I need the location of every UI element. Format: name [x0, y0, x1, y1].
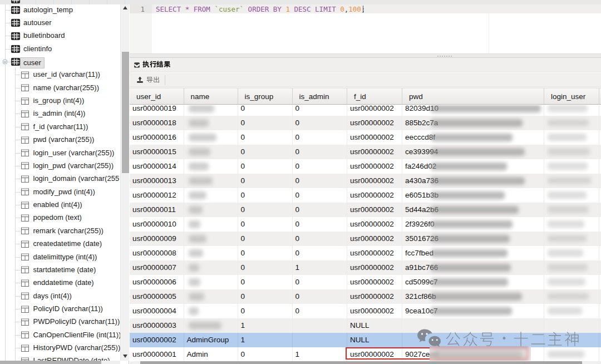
cell-user_id[interactable]: usr00000005 — [130, 289, 184, 304]
cell-is_admin[interactable]: 0 — [293, 275, 348, 289]
cell-f_id[interactable]: usr00000002 — [347, 304, 402, 318]
cell-f_id[interactable]: usr00000002 — [347, 289, 402, 304]
cell-is_group[interactable]: 0 — [238, 260, 293, 275]
grid-row-usr00000018[interactable]: usr0000001800usr00000002885b2c7a — [130, 116, 601, 130]
cell-user_id[interactable]: usr00000009 — [130, 232, 184, 246]
cell-is_admin[interactable]: 0 — [293, 159, 348, 174]
tree-vscrollbar-thumb[interactable] — [122, 52, 129, 173]
grid-row-usr00000011[interactable]: usr0000001100usr000000025d44a2b6 — [130, 203, 601, 217]
grid-header-is_group[interactable]: is_group — [238, 88, 293, 104]
cell-is_group[interactable]: 1 — [238, 318, 293, 333]
grid-row-usr00000006[interactable]: usr0000000600usr00000002cd5099c7 — [130, 275, 601, 289]
scroll-up-icon[interactable] — [123, 6, 127, 9]
cell-is_admin[interactable]: 0 — [293, 289, 348, 304]
cell-is_admin[interactable]: 0 — [293, 174, 348, 188]
grid-header-pwd[interactable]: pwd — [402, 88, 544, 104]
cell-is_group[interactable]: 0 — [238, 217, 293, 232]
tree-item-PolicyID[interactable]: PolicyID (varchar(11)) — [0, 303, 120, 316]
tree-item-days[interactable]: days (int(4)) — [0, 290, 120, 303]
cell-f_id[interactable]: usr00000002 — [347, 217, 402, 232]
cell-is_group[interactable]: 1 — [238, 333, 293, 347]
cell-is_admin[interactable]: 1 — [293, 260, 348, 275]
cell-user_id[interactable]: usr00000011 — [130, 203, 184, 217]
grid-row-usr00000013[interactable]: usr0000001300usr00000002a430a736 — [130, 174, 601, 188]
cell-f_id[interactable]: usr00000002 — [347, 145, 402, 159]
tree-item-login_domain[interactable]: login_domain (varchar(255 — [0, 173, 120, 185]
grid-header-name[interactable]: name — [184, 88, 238, 104]
cell-is_group[interactable]: 0 — [238, 130, 293, 145]
cell-user_id[interactable]: usr00000018 — [130, 116, 184, 130]
cell-user_id[interactable]: usr00000012 — [130, 188, 184, 203]
tree-item-pwd[interactable]: pwd (varchar(255)) — [0, 134, 120, 146]
grid-row-usr00000015[interactable]: usr0000001500usr00000002ce393994 — [130, 145, 601, 159]
grid-row-usr00000008[interactable]: usr0000000800usr00000002fcc7fbed — [130, 246, 601, 260]
cell-is_group[interactable]: 0 — [238, 145, 293, 159]
cell-f_id[interactable]: usr00000002 — [347, 116, 402, 130]
grid-row-usr00000005[interactable]: usr0000000500usr00000002321cf86b — [130, 289, 601, 304]
cell-f_id[interactable]: usr00000002 — [347, 260, 402, 275]
grid-row-usr00000016[interactable]: usr0000001600usr00000002eecccd8f — [130, 130, 601, 145]
cell-f_id[interactable]: usr00000002 — [347, 275, 402, 289]
tree-item-is_admin[interactable]: is_admin (int(4)) — [0, 107, 120, 120]
cell-is_admin[interactable]: 0 — [293, 217, 348, 232]
cell-user_id[interactable]: usr00000019 — [130, 105, 184, 116]
collapse-expander-icon[interactable] — [3, 60, 7, 64]
cell-user_id[interactable]: usr00000003 — [130, 318, 184, 333]
grid-header-login_user[interactable]: login_user — [544, 88, 599, 104]
cell-f_id[interactable]: usr00000002 — [347, 159, 402, 174]
grid-hscrollbar-thumb[interactable] — [140, 361, 582, 364]
scroll-down-icon[interactable] — [123, 355, 127, 358]
cell-is_admin[interactable]: 0 — [293, 105, 348, 116]
cell-user_id[interactable]: usr00000002 — [130, 333, 184, 347]
cell-is_group[interactable]: 0 — [238, 246, 293, 260]
tree-item-login_pwd[interactable]: login_pwd (varchar(255)) — [0, 160, 120, 173]
cell-f_id[interactable]: usr00000002 — [347, 232, 402, 246]
cell-is_group[interactable]: 0 — [238, 232, 293, 246]
tree-item-f_id[interactable]: f_id (varchar(11)) — [0, 121, 120, 134]
tree-item-remark[interactable]: remark (varchar(255)) — [0, 225, 120, 238]
cell-user_id[interactable]: usr00000010 — [130, 217, 184, 232]
tree-item-startdatetime[interactable]: startdatetime (date) — [0, 264, 120, 277]
sql-query-text[interactable]: SELECT * FROM `cuser` ORDER BY 1 DESC LI… — [156, 5, 365, 13]
cell-user_id[interactable]: usr00000014 — [130, 159, 184, 174]
cell-f_id[interactable]: usr00000002 — [347, 188, 402, 203]
cell-f_id[interactable]: NULL — [347, 318, 402, 333]
results-panel-header[interactable] — [130, 58, 601, 72]
tree-item-clientinfo[interactable]: clientinfo — [0, 43, 120, 56]
cell-user_id[interactable]: usr00000001 — [130, 347, 184, 362]
grid-row-usr00000009[interactable]: usr0000000900usr0000000235016726 — [130, 232, 601, 246]
cell-is_admin[interactable]: 1 — [293, 347, 348, 362]
cell-is_group[interactable]: 0 — [238, 188, 293, 203]
tree-item-enabled[interactable]: enabled (int(4)) — [0, 199, 120, 211]
cell-is_group[interactable]: 0 — [238, 289, 293, 304]
tree-item-name[interactable]: name (varchar(255)) — [0, 82, 120, 95]
grid-row-usr00000019[interactable]: usr0000001900usr0000000282039d10 — [130, 105, 601, 116]
cell-f_id[interactable]: usr00000002 — [347, 130, 402, 145]
cell-is_group[interactable]: 0 — [238, 203, 293, 217]
cell-is_group[interactable]: 0 — [238, 304, 293, 318]
cell-f_id[interactable]: NULL — [347, 333, 402, 347]
cell-is_group[interactable]: 0 — [238, 347, 293, 362]
cell-is_admin[interactable]: 0 — [293, 232, 348, 246]
cell-is_admin[interactable]: 0 — [293, 130, 348, 145]
export-button[interactable] — [136, 75, 160, 85]
grid-horizontal-scrollbar[interactable] — [130, 361, 601, 364]
tree-item-datelimittype[interactable]: datelimittype (int(4)) — [0, 251, 120, 264]
cell-user_id[interactable]: usr00000015 — [130, 145, 184, 159]
tree-vertical-scrollbar[interactable] — [120, 4, 129, 361]
tree-hscrollbar-thumb[interactable] — [0, 361, 101, 364]
tree-item-login_user[interactable]: login_user (varchar(255)) — [0, 147, 120, 160]
cell-is_admin[interactable]: 0 — [293, 188, 348, 203]
cell-name[interactable]: AdminGroup — [184, 333, 238, 347]
cell-is_admin[interactable]: 0 — [293, 116, 348, 130]
tree-item-bulletinboard[interactable]: bulletinboard — [0, 29, 120, 42]
tree-item-HistoryPWD[interactable]: HistoryPWD (varchar(255)) — [0, 342, 120, 355]
tree-item-modify_pwd[interactable]: modify_pwd (int(4)) — [0, 186, 120, 199]
cell-is_admin[interactable]: 0 — [293, 203, 348, 217]
cell-is_admin[interactable] — [293, 318, 348, 333]
sql-editor[interactable]: 1 SELECT * FROM `cuser` ORDER BY 1 DESC … — [130, 4, 601, 53]
grid-header-f_id[interactable]: f_id — [347, 88, 402, 104]
horizontal-splitter[interactable] — [130, 53, 601, 58]
grid-row-usr00000012[interactable]: usr0000001200usr00000002e6051b3b — [130, 188, 601, 203]
tree-item-autologin_temp[interactable]: autologin_temp — [0, 4, 120, 17]
